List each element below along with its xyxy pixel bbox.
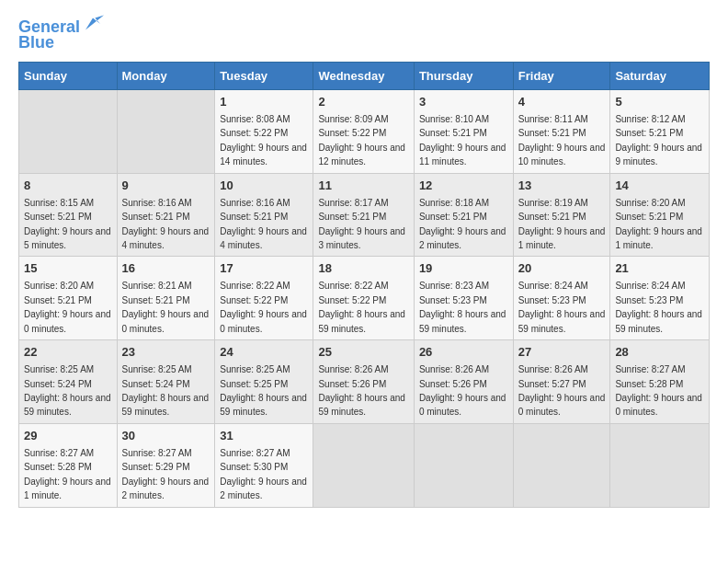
calendar-cell: 17Sunrise: 8:22 AMSunset: 5:22 PMDayligh…	[215, 257, 313, 340]
day-number: 5	[615, 94, 704, 110]
calendar-cell: 27Sunrise: 8:26 AMSunset: 5:27 PMDayligh…	[513, 340, 610, 424]
day-sunset: Sunset: 5:22 PM	[318, 128, 386, 138]
calendar-header-row: SundayMondayTuesdayWednesdayThursdayFrid…	[19, 62, 710, 89]
day-sunrise: Sunrise: 8:09 AM	[318, 114, 388, 124]
day-daylight: Daylight: 9 hours and 0 minutes.	[419, 393, 506, 417]
day-daylight: Daylight: 9 hours and 10 minutes.	[518, 143, 606, 167]
day-sunset: Sunset: 5:23 PM	[615, 295, 683, 305]
svg-marker-0	[85, 15, 104, 29]
day-sunrise: Sunrise: 8:27 AM	[220, 448, 290, 458]
day-number: 14	[615, 178, 704, 194]
day-sunset: Sunset: 5:22 PM	[220, 128, 288, 138]
day-number: 25	[318, 344, 408, 361]
day-sunrise: Sunrise: 8:27 AM	[615, 364, 685, 374]
day-number: 19	[419, 260, 508, 277]
day-sunset: Sunset: 5:21 PM	[419, 212, 487, 222]
calendar-cell: 29Sunrise: 8:27 AMSunset: 5:28 PMDayligh…	[19, 423, 118, 507]
day-daylight: Daylight: 8 hours and 59 minutes.	[122, 393, 210, 417]
day-sunset: Sunset: 5:21 PM	[419, 128, 487, 138]
day-daylight: Daylight: 9 hours and 0 minutes.	[24, 309, 111, 333]
calendar-table: SundayMondayTuesdayWednesdayThursdayFrid…	[18, 62, 710, 508]
day-daylight: Daylight: 9 hours and 2 minutes.	[220, 477, 307, 500]
header-thursday: Thursday	[414, 62, 513, 89]
day-sunset: Sunset: 5:21 PM	[122, 212, 190, 222]
day-daylight: Daylight: 8 hours and 59 minutes.	[518, 309, 606, 333]
day-daylight: Daylight: 8 hours and 59 minutes.	[615, 309, 702, 333]
day-sunrise: Sunrise: 8:20 AM	[615, 198, 685, 208]
day-sunrise: Sunrise: 8:23 AM	[419, 281, 489, 291]
day-number: 2	[318, 94, 408, 110]
day-sunrise: Sunrise: 8:19 AM	[518, 198, 588, 208]
calendar-cell: 19Sunrise: 8:23 AMSunset: 5:23 PMDayligh…	[414, 257, 513, 340]
day-number: 12	[419, 178, 508, 194]
calendar-body: 1Sunrise: 8:08 AMSunset: 5:22 PMDaylight…	[19, 89, 710, 507]
day-number: 13	[518, 178, 606, 194]
calendar-cell: 14Sunrise: 8:20 AMSunset: 5:21 PMDayligh…	[610, 173, 710, 257]
calendar-cell: 10Sunrise: 8:16 AMSunset: 5:21 PMDayligh…	[215, 173, 313, 257]
day-number: 16	[122, 260, 210, 277]
day-sunrise: Sunrise: 8:20 AM	[24, 281, 94, 291]
day-number: 8	[24, 178, 112, 194]
day-number: 28	[615, 344, 704, 361]
day-sunset: Sunset: 5:21 PM	[615, 128, 683, 138]
day-number: 26	[419, 344, 508, 361]
day-daylight: Daylight: 8 hours and 59 minutes.	[318, 393, 405, 417]
calendar-cell: 18Sunrise: 8:22 AMSunset: 5:22 PMDayligh…	[313, 257, 414, 340]
day-number: 15	[24, 260, 112, 277]
day-daylight: Daylight: 9 hours and 4 minutes.	[122, 226, 210, 250]
day-number: 9	[122, 178, 210, 194]
day-sunrise: Sunrise: 8:15 AM	[24, 198, 94, 208]
day-number: 30	[122, 428, 210, 444]
calendar-cell: 2Sunrise: 8:09 AMSunset: 5:22 PMDaylight…	[313, 89, 414, 173]
day-number: 18	[318, 260, 408, 277]
day-number: 23	[122, 344, 210, 361]
day-sunset: Sunset: 5:26 PM	[318, 379, 386, 389]
day-sunrise: Sunrise: 8:22 AM	[318, 281, 388, 291]
calendar-cell: 20Sunrise: 8:24 AMSunset: 5:23 PMDayligh…	[513, 257, 610, 340]
logo-icon	[82, 13, 104, 35]
day-sunrise: Sunrise: 8:12 AM	[615, 114, 685, 124]
calendar-cell: 30Sunrise: 8:27 AMSunset: 5:29 PMDayligh…	[117, 423, 215, 507]
day-sunset: Sunset: 5:22 PM	[318, 295, 386, 305]
calendar-cell: 13Sunrise: 8:19 AMSunset: 5:21 PMDayligh…	[513, 173, 610, 257]
day-daylight: Daylight: 9 hours and 4 minutes.	[220, 226, 307, 250]
day-sunrise: Sunrise: 8:24 AM	[615, 281, 685, 291]
calendar-cell: 8Sunrise: 8:15 AMSunset: 5:21 PMDaylight…	[19, 173, 118, 257]
day-sunrise: Sunrise: 8:26 AM	[518, 364, 588, 374]
day-sunset: Sunset: 5:21 PM	[122, 295, 190, 305]
day-daylight: Daylight: 9 hours and 1 minute.	[24, 477, 111, 500]
day-sunrise: Sunrise: 8:27 AM	[122, 448, 192, 458]
day-daylight: Daylight: 8 hours and 59 minutes.	[419, 309, 506, 333]
day-sunset: Sunset: 5:23 PM	[518, 295, 586, 305]
day-sunset: Sunset: 5:21 PM	[24, 295, 92, 305]
calendar-cell: 3Sunrise: 8:10 AMSunset: 5:21 PMDaylight…	[414, 89, 513, 173]
day-daylight: Daylight: 9 hours and 5 minutes.	[24, 226, 111, 250]
header-sunday: Sunday	[19, 62, 118, 89]
day-sunrise: Sunrise: 8:11 AM	[518, 114, 588, 124]
calendar-cell: 31Sunrise: 8:27 AMSunset: 5:30 PMDayligh…	[215, 423, 313, 507]
day-sunset: Sunset: 5:29 PM	[122, 462, 190, 472]
day-sunrise: Sunrise: 8:18 AM	[419, 198, 489, 208]
day-sunrise: Sunrise: 8:25 AM	[220, 364, 290, 374]
calendar-cell	[313, 423, 414, 507]
day-sunrise: Sunrise: 8:16 AM	[122, 198, 192, 208]
day-number: 10	[220, 178, 308, 194]
day-daylight: Daylight: 9 hours and 3 minutes.	[318, 226, 405, 250]
calendar-cell: 24Sunrise: 8:25 AMSunset: 5:25 PMDayligh…	[215, 340, 313, 424]
day-sunset: Sunset: 5:24 PM	[122, 379, 190, 389]
day-number: 24	[220, 344, 308, 361]
calendar-cell: 1Sunrise: 8:08 AMSunset: 5:22 PMDaylight…	[215, 89, 313, 173]
day-sunrise: Sunrise: 8:24 AM	[518, 281, 588, 291]
day-sunrise: Sunrise: 8:26 AM	[318, 364, 388, 374]
calendar-cell: 21Sunrise: 8:24 AMSunset: 5:23 PMDayligh…	[610, 257, 710, 340]
header-tuesday: Tuesday	[215, 62, 313, 89]
day-daylight: Daylight: 9 hours and 2 minutes.	[419, 226, 506, 250]
day-sunrise: Sunrise: 8:22 AM	[220, 281, 290, 291]
calendar-cell: 25Sunrise: 8:26 AMSunset: 5:26 PMDayligh…	[313, 340, 414, 424]
day-number: 29	[24, 428, 112, 444]
calendar-week-row: 15Sunrise: 8:20 AMSunset: 5:21 PMDayligh…	[19, 257, 710, 340]
day-number: 11	[318, 178, 408, 194]
day-number: 31	[220, 428, 308, 444]
day-sunset: Sunset: 5:22 PM	[220, 295, 288, 305]
calendar-cell	[19, 89, 118, 173]
